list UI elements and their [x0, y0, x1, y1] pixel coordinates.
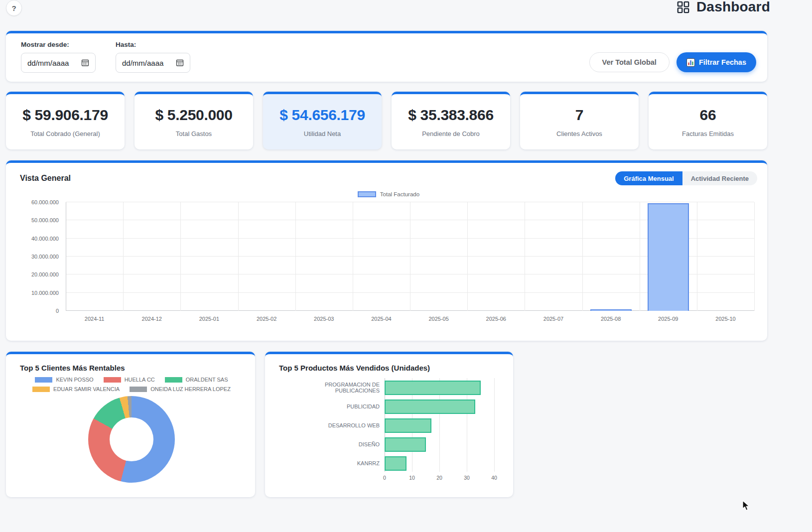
legend-item[interactable]: ONEIDA LUZ HERRERA LOPEZ: [130, 386, 231, 392]
legend-label: HUELLA CC: [125, 377, 155, 383]
v-gridline: [525, 202, 525, 311]
donut-hole: [110, 417, 153, 461]
stat-label: Pendiente de Cobro: [396, 130, 506, 137]
date-to-field: Hasta: dd/mm/aaaa: [116, 41, 190, 73]
monthly-plot: [66, 202, 754, 311]
y-tick-label: 30.000.000: [31, 254, 59, 260]
to-label: Hasta:: [116, 41, 190, 48]
bar-track: [385, 399, 494, 414]
product-label: KANRRZ: [279, 460, 385, 466]
x-tick-label: 2025-01: [180, 316, 238, 325]
y-tick-label: 60.000.000: [31, 199, 59, 205]
product-row: PROGRAMACION DE PUBLICACIONES: [279, 378, 501, 397]
filter-card: Mostrar desde: dd/mm/aaaa Hasta: dd/mm/a…: [6, 31, 767, 82]
clients-legend: KEVIN POSSOHUELLA CCORALDENT SASEDUAR SA…: [20, 377, 243, 392]
stat-label: Utilidad Neta: [267, 130, 378, 137]
x-tick-label: 10: [409, 475, 415, 481]
legend-swatch: [165, 377, 182, 383]
product-label: DESARROLLO WEB: [279, 422, 385, 428]
x-tick-label: 2025-09: [640, 316, 697, 325]
legend-item[interactable]: ORALDENT SAS: [165, 377, 228, 383]
stats-row: $ 59.906.179 Total Cobrado (General) $ 5…: [6, 92, 767, 149]
stat-card-total-cobrado: $ 59.906.179 Total Cobrado (General): [6, 92, 125, 149]
x-tick-label: 2025-10: [697, 316, 754, 325]
v-gridline: [640, 202, 640, 311]
product-row: PUBLICIDAD: [279, 397, 501, 416]
v-gridline: [582, 202, 583, 311]
tab-grafica-mensual[interactable]: Gráfica Mensual: [615, 171, 682, 185]
product-label: PROGRAMACION DE PUBLICACIONES: [279, 382, 385, 394]
y-tick-label: 0: [56, 308, 59, 314]
total-facturado-label: Total Facturado: [380, 191, 419, 197]
v-gridline: [697, 202, 697, 311]
stat-value: $ 5.250.000: [138, 107, 249, 124]
monthly-ylabels: 010.000.00020.000.00030.000.00040.000.00…: [20, 202, 62, 311]
overview-title: Vista General: [20, 174, 71, 183]
legend-label: EDUAR SAMIR VALENCIA: [53, 386, 120, 392]
help-button[interactable]: ?: [6, 0, 22, 16]
products-chart: PROGRAMACION DE PUBLICACIONESPUBLICIDADD…: [279, 378, 501, 483]
date-from-input[interactable]: dd/mm/aaaa: [21, 53, 96, 73]
x-tick-label: 40: [491, 475, 497, 481]
stat-value: 66: [653, 107, 763, 124]
top-clients-card: Top 5 Clientes Más Rentables KEVIN POSSO…: [6, 352, 255, 497]
y-tick-label: 40.000.000: [31, 236, 59, 242]
calendar-icon[interactable]: [176, 59, 184, 67]
stat-label: Total Gastos: [138, 130, 249, 137]
bar-PUBLICIDAD[interactable]: [385, 399, 475, 414]
date-to-input[interactable]: dd/mm/aaaa: [116, 53, 190, 73]
legend-item[interactable]: KEVIN POSSO: [35, 377, 93, 383]
stat-card-facturas-emitidas: 66 Facturas Emitidas: [649, 92, 767, 149]
monthly-xlabels: 2024-112024-122025-012025-022025-032025-…: [66, 316, 754, 325]
bar-2025-08[interactable]: [590, 309, 632, 311]
legend-swatch: [32, 387, 50, 392]
products-ticks: 010203040: [385, 473, 494, 483]
y-tick-label: 10.000.000: [31, 290, 59, 296]
x-tick-label: 20: [436, 475, 442, 481]
legend-item[interactable]: HUELLA CC: [104, 377, 155, 383]
monthly-legend[interactable]: Total Facturado: [20, 191, 757, 197]
x-tick-label: 0: [383, 475, 386, 481]
v-gridline: [410, 202, 410, 311]
filtrar-fechas-button[interactable]: Filtrar Fechas: [677, 52, 756, 72]
stat-value: 7: [524, 107, 635, 124]
top-products-card: Top 5 Productos Más Vendidos (Unidades) …: [265, 352, 513, 497]
top-products-title: Top 5 Productos Más Vendidos (Unidades): [279, 364, 501, 372]
bar-chart-icon: [686, 58, 695, 67]
total-facturado-swatch: [358, 191, 376, 197]
bar-PROGRAMACION DE PUBLICACIONES[interactable]: [385, 381, 481, 395]
stat-card-total-gastos: $ 5.250.000 Total Gastos: [135, 92, 253, 149]
top-clients-title: Top 5 Clientes Más Rentables: [20, 364, 243, 372]
stat-value: $ 54.656.179: [267, 107, 378, 124]
x-tick-label: 2025-07: [525, 316, 582, 325]
x-tick-label: 2024-12: [123, 316, 180, 325]
date-from-placeholder: dd/mm/aaaa: [27, 59, 69, 67]
product-row: KANRRZ: [279, 454, 501, 473]
v-gridline: [295, 202, 296, 311]
stat-label: Total Cobrado (General): [10, 130, 121, 137]
bar-KANRRZ[interactable]: [385, 456, 406, 471]
date-to-placeholder: dd/mm/aaaa: [122, 59, 163, 67]
x-tick-label: 2025-08: [582, 316, 640, 325]
monthly-chart: 010.000.00020.000.00030.000.00040.000.00…: [20, 198, 757, 327]
stat-value: $ 59.906.179: [10, 107, 121, 124]
tab-actividad-reciente[interactable]: Actividad Reciente: [682, 171, 757, 185]
overview-card: Vista General Gráfica Mensual Actividad …: [6, 160, 767, 341]
x-tick-label: 2024-11: [66, 316, 123, 325]
product-row: DISEÑO: [279, 435, 501, 454]
v-gridline: [467, 202, 468, 311]
bar-2025-09[interactable]: [648, 203, 689, 311]
stat-card-utilidad-neta: $ 54.656.179 Utilidad Neta: [263, 92, 382, 149]
stat-card-clientes-activos: 7 Clientes Activos: [520, 92, 639, 149]
v-gridline: [353, 202, 353, 311]
bar-DISEÑO[interactable]: [385, 437, 426, 452]
page-title-text: Dashboard: [696, 0, 770, 15]
bar-DESARROLLO WEB[interactable]: [385, 418, 431, 433]
clients-donut[interactable]: [88, 396, 175, 483]
calendar-icon[interactable]: [81, 59, 89, 67]
ver-total-global-button[interactable]: Ver Total Global: [589, 52, 670, 72]
x-tick-label: 2025-02: [238, 316, 295, 325]
stat-label: Clientes Activos: [524, 130, 635, 137]
x-tick-label: 2025-03: [295, 316, 353, 325]
legend-item[interactable]: EDUAR SAMIR VALENCIA: [32, 386, 120, 392]
